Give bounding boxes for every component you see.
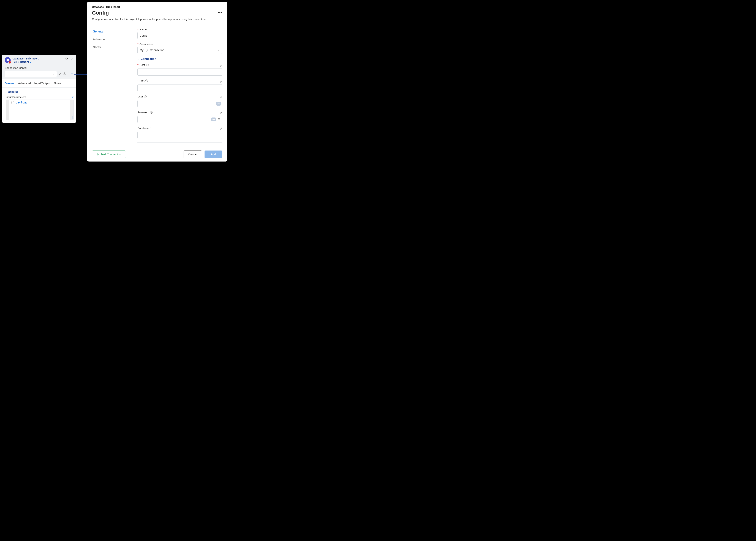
fx-toggle-icon[interactable]: fx (220, 96, 222, 99)
component-breadcrumb: Database - Bulk insert (12, 57, 65, 60)
secret-picker-icon[interactable]: ••• (216, 102, 221, 106)
gear-icon[interactable] (63, 72, 66, 76)
chevron-down-icon (218, 49, 220, 52)
password-label: Password (137, 111, 149, 114)
divider (137, 142, 222, 143)
info-icon[interactable]: i (150, 111, 153, 114)
database-field[interactable] (137, 132, 222, 139)
name-field[interactable] (137, 32, 222, 39)
fx-toggle-icon[interactable]: fx (72, 96, 74, 99)
close-icon[interactable] (71, 57, 74, 61)
fx-toggle-icon[interactable]: fx (220, 80, 222, 83)
fx-toggle-icon[interactable]: fx (220, 111, 222, 114)
connection-select[interactable]: MySQL Connection (137, 47, 222, 54)
input-parameters-label: Input Parameters (6, 96, 26, 99)
user-field[interactable] (137, 100, 222, 107)
name-label: Name (140, 28, 147, 31)
config-panel: Database - Bulk insert Config ••• Config… (87, 2, 227, 162)
config-breadcrumb: Database - Bulk insert (92, 5, 222, 8)
connection-section-title: Connection (141, 57, 156, 61)
port-label: Port (140, 79, 145, 82)
connection-label: Connection (140, 43, 153, 46)
code-prefix: #[ (10, 101, 14, 104)
info-icon[interactable]: i (146, 64, 149, 66)
fx-toggle-icon[interactable]: fx (220, 64, 222, 67)
run-icon[interactable] (58, 72, 61, 76)
error-badge-icon: ! (8, 61, 11, 64)
config-title: Config (92, 10, 109, 16)
sidebar-item-advanced[interactable]: Advanced (90, 36, 131, 43)
config-description: Configure a connection for this project.… (92, 18, 222, 21)
svg-point-1 (64, 73, 65, 74)
cancel-button[interactable]: Cancel (184, 151, 202, 158)
add-button[interactable]: Add (205, 151, 222, 158)
code-suffix: ] (72, 116, 73, 119)
code-body: payload (14, 101, 28, 104)
fx-toggle-icon[interactable]: fx (220, 127, 222, 130)
connection-selected-value: MySQL Connection (140, 49, 164, 52)
svg-point-2 (219, 119, 219, 120)
test-connection-button[interactable]: Test Connection (92, 151, 126, 158)
port-field[interactable] (137, 84, 222, 91)
target-icon[interactable] (65, 57, 68, 61)
connection-config-label: Connection Config (5, 66, 74, 69)
panel-tabs: General Advanced Input/Output Notes (2, 79, 76, 88)
component-icon: ! (5, 57, 11, 63)
password-field[interactable] (137, 116, 222, 123)
more-menu-icon[interactable]: ••• (218, 10, 222, 15)
edit-title-icon[interactable] (30, 60, 33, 64)
database-label: Database (137, 127, 149, 130)
add-connection-icon[interactable] (71, 72, 74, 76)
connection-section-toggle[interactable]: Connection (137, 57, 222, 61)
tab-input-output[interactable]: Input/Output (34, 79, 50, 87)
general-section-title: General (8, 90, 18, 93)
sidebar-item-general[interactable]: General (90, 28, 131, 35)
info-icon[interactable]: i (150, 127, 152, 129)
panel-header: ! Database - Bulk insert Bulk insert (2, 55, 76, 79)
user-label: User (137, 95, 143, 98)
host-field[interactable] (137, 69, 222, 76)
test-connection-label: Test Connection (101, 153, 121, 156)
config-form: * Name * Connection MySQL Connection (131, 24, 227, 147)
connection-config-select[interactable] (5, 71, 57, 77)
pointer-arrow (74, 74, 87, 75)
host-label: Host (140, 63, 145, 66)
component-title: Bulk insert (12, 60, 29, 64)
tab-notes[interactable]: Notes (54, 79, 61, 87)
config-sidebar: General Advanced Notes (87, 24, 131, 147)
input-parameters-editor[interactable]: #[ payload ] (6, 100, 74, 120)
tab-general[interactable]: General (5, 79, 15, 87)
sidebar-item-notes[interactable]: Notes (90, 44, 131, 51)
secret-picker-icon[interactable]: ••• (211, 118, 216, 121)
info-icon[interactable]: i (145, 80, 148, 82)
info-icon[interactable]: i (144, 95, 147, 98)
bulk-insert-panel: ! Database - Bulk insert Bulk insert (2, 55, 76, 123)
general-section-toggle[interactable]: General (5, 90, 74, 93)
show-password-icon[interactable] (218, 118, 221, 121)
tab-advanced[interactable]: Advanced (18, 79, 31, 87)
